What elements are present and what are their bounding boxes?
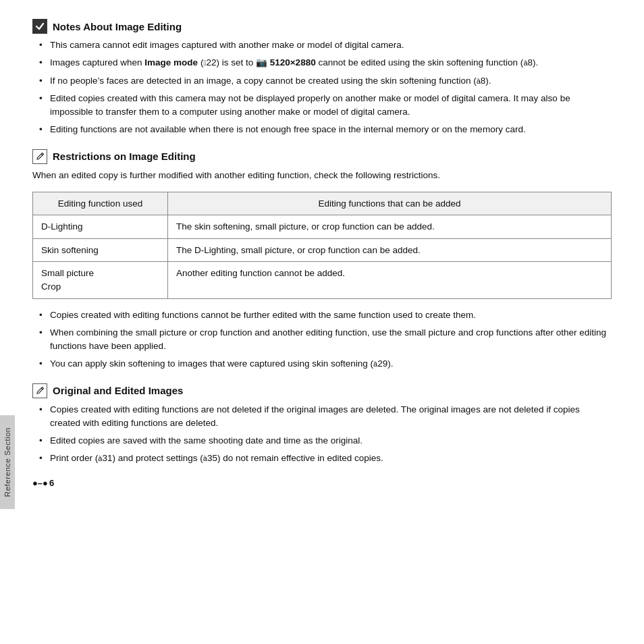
original-header: Original and Edited Images [32,383,612,398]
table-row: Small pictureCrop Another editing functi… [33,262,612,298]
side-label-text: Reference Section [3,427,11,497]
restrictions-bullet-1: Copies created with editing functions ca… [39,308,612,322]
table-col2-header: Editing functions that can be added [168,192,612,215]
table-row: D-Lighting The skin softening, small pic… [33,215,612,239]
original-bullet-2: Edited copies are saved with the same sh… [39,434,612,448]
original-section: Original and Edited Images Copies create… [32,383,612,466]
page-prefix: ●–● [32,478,48,488]
svg-line-1 [41,388,43,390]
restrictions-bullet-2: When combining the small picture or crop… [39,326,612,354]
page-num: 6 [49,478,54,488]
original-bullet-3: Print order (à31) and protect settings (… [39,452,612,465]
original-bullet-list: Copies created with editing functions ar… [39,403,612,466]
notes-bullet-5: Editing functions are not available when… [39,123,612,136]
notes-section: Notes About Image Editing This camera ca… [32,19,612,137]
pencil-icon-2 [32,383,47,398]
notes-title: Notes About Image Editing [53,21,182,32]
page-number: ●–●6 [32,478,612,488]
table-col1-header: Editing function used [33,192,168,215]
table-cell-desc-1: The skin softening, small picture, or cr… [168,215,612,239]
restrictions-section: Restrictions on Image Editing When an ed… [32,149,612,371]
table-header-row: Editing function used Editing functions … [33,192,612,215]
notes-bullet-4: Edited copies created with this camera m… [39,92,612,119]
side-label: Reference Section [0,415,15,509]
restrictions-table: Editing function used Editing functions … [32,192,612,299]
table-cell-desc-2: The D-Lighting, small picture, or crop f… [168,238,612,262]
notes-bullet-3: If no people’s faces are detected in an … [39,74,612,88]
svg-line-0 [41,154,43,155]
pencil-icon [32,149,47,164]
restrictions-desc: When an edited copy is further modified … [32,169,612,182]
table-cell-func-1: D-Lighting [33,215,168,239]
notes-header: Notes About Image Editing [32,19,612,34]
restrictions-title: Restrictions on Image Editing [53,151,196,162]
notes-bullet-list: This camera cannot edit images captured … [39,38,612,137]
restrictions-header: Restrictions on Image Editing [32,149,612,164]
original-title: Original and Edited Images [53,385,183,396]
original-bullet-1: Copies created with editing functions ar… [39,403,612,431]
table-row: Skin softening The D-Lighting, small pic… [33,238,612,262]
notes-bullet-2: Images captured when Image mode (22) is… [39,56,612,70]
checkmark-icon [32,19,47,34]
notes-bullet-1: This camera cannot edit images captured … [39,38,612,52]
table-cell-func-3: Small pictureCrop [33,262,168,298]
table-cell-func-2: Skin softening [33,238,168,262]
restrictions-bullet-list: Copies created with editing functions ca… [39,308,612,371]
table-cell-desc-3: Another editing function cannot be added… [168,262,612,298]
restrictions-bullet-3: You can apply skin softening to images t… [39,357,612,371]
